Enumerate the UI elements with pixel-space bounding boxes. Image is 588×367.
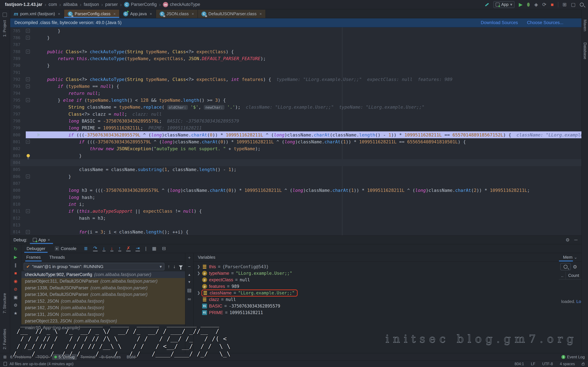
sidebar-item-database[interactable]: Database <box>583 42 587 59</box>
memory-search-button[interactable] <box>560 263 571 270</box>
close-icon[interactable]: × <box>259 12 262 16</box>
view-breakpoints-button[interactable]: ◉ <box>14 279 17 284</box>
code-editor[interactable]: 785− }786˄ }787788˅ public Class<?> chec… <box>10 27 581 235</box>
pin-tab-icon[interactable]: ★ <box>14 311 17 316</box>
frame-row[interactable]: parse:152, JSON(com.alibaba.fastjson) <box>21 298 185 305</box>
notification-link[interactable]: Choose Sources... <box>527 20 563 25</box>
memory-tab[interactable]: Mem ⌄ <box>559 253 581 262</box>
memory-settings-icon[interactable]: ⚙ <box>573 264 577 270</box>
code-line[interactable]: 809 long hash; <box>10 194 581 201</box>
tool-window-switcher-icon[interactable]: ⊞ <box>3 355 7 359</box>
layout-icon[interactable]: ⊞ <box>562 2 567 7</box>
fold-marker[interactable]: − <box>26 140 30 144</box>
tab-threads[interactable]: Threads <box>48 253 66 261</box>
close-icon[interactable]: × <box>58 12 60 16</box>
breadcrumb-class[interactable]: CParserConfig <box>124 2 157 7</box>
fold-marker[interactable]: ˅ <box>26 77 30 81</box>
mute-breakpoints-button[interactable]: ⊘ <box>14 287 17 292</box>
code-line[interactable]: 793− if (typeName == null) { <box>10 83 581 90</box>
coverage-button[interactable]: ◈ <box>534 2 538 7</box>
force-step-into-icon[interactable]: ↓ <box>110 246 113 251</box>
move-down-icon[interactable]: ▼ <box>188 280 191 284</box>
run-to-cursor-icon[interactable]: ⇥ <box>136 246 140 251</box>
editor-tab[interactable]: CParserConfig.class× <box>64 10 120 18</box>
debug-button[interactable]: ⬮ <box>527 2 530 7</box>
filter-icon[interactable] <box>179 266 183 268</box>
stop-button[interactable]: ■ <box>551 2 553 7</box>
expand-chevron-icon[interactable]: ❯ <box>196 271 201 275</box>
code-line[interactable]: 798 long BASIC = -3750763034362895579L; … <box>10 117 581 124</box>
breadcrumb[interactable]: fastjson-1.2.43.jar›com›alibaba›fastjson… <box>5 2 200 7</box>
code-line[interactable]: 802 throw new JSONException("autoType is… <box>10 145 581 152</box>
remove-watch-button[interactable]: − <box>188 264 191 269</box>
search-icon[interactable] <box>580 3 584 7</box>
variable-row[interactable]: ❯this={ParserConfig@543} <box>194 263 559 270</box>
breadcrumb-method[interactable]: mcheckAutoType <box>163 2 200 7</box>
fold-marker[interactable]: ˄ <box>26 175 30 178</box>
lock-icon[interactable] <box>582 363 584 365</box>
editor-tab[interactable]: CDefaultJSONParser.class× <box>198 10 266 18</box>
frame-row[interactable]: checkAutoType:902, ParserConfig(com.alib… <box>21 271 185 278</box>
variable-row[interactable]: 01BASIC=-3750763034362895579 <box>194 303 559 309</box>
load-classes-link[interactable]: Lo <box>576 299 581 304</box>
editor-tab[interactable]: CJSON.class× <box>156 10 198 18</box>
frame-up-icon[interactable]: ↑ <box>168 264 170 269</box>
fold-marker[interactable]: − <box>26 209 30 213</box>
debug-session-tab[interactable]: App × <box>30 236 53 244</box>
code-line[interactable]: 794 return null; <box>10 90 581 97</box>
frame-row[interactable]: parseObject:311, DefaultJSONParser(com.a… <box>21 278 185 285</box>
code-line[interactable]: 808 long h3 = (((-3750763034362895579L ^… <box>10 187 581 194</box>
code-line[interactable]: 795− } else if (typeName.length() < 128 … <box>10 97 581 104</box>
monitor-icon[interactable]: ▢ <box>571 2 576 7</box>
watch-return-values-icon[interactable]: ∞ <box>188 297 191 302</box>
run-button[interactable]: ▶ <box>519 2 523 7</box>
gear-icon[interactable]: ⚙ <box>565 237 570 243</box>
build-tool-icon[interactable] <box>484 2 489 7</box>
code-line[interactable]: 785− } <box>10 27 581 34</box>
frame-row[interactable]: parse:162, JSON(com.alibaba.fastjson) <box>21 305 185 311</box>
fold-marker[interactable]: ˄ <box>26 36 30 40</box>
profiler-button[interactable]: ⟳ <box>542 2 546 7</box>
sidebar-item-project[interactable]: 1: Project <box>2 20 7 37</box>
code-line[interactable]: 805 className = className.substring(1, c… <box>10 166 581 173</box>
frame-row[interactable]: parse:1338, DefaultJSONParser(com.alibab… <box>21 284 185 291</box>
close-icon[interactable]: × <box>48 237 50 242</box>
notification-link[interactable]: Download Sources <box>481 20 518 25</box>
fold-marker[interactable]: − <box>26 98 30 102</box>
status-item[interactable]: UTF-8 <box>542 362 553 366</box>
code-line[interactable]: 791 <box>10 69 581 76</box>
project-tool-icon[interactable] <box>3 13 7 17</box>
frame-down-icon[interactable]: ↓ <box>173 264 175 269</box>
thread-dump-button[interactable]: ▣ <box>14 295 18 300</box>
window-icon[interactable] <box>4 362 7 366</box>
fold-marker[interactable]: − <box>26 84 30 88</box>
status-item[interactable]: 804:1 <box>515 362 524 366</box>
variable-row[interactable]: pexpectClass=null <box>194 276 559 283</box>
code-line[interactable]: 813 <box>10 222 581 228</box>
evaluate-expression-icon[interactable]: ▦ <box>152 246 157 251</box>
code-line[interactable]: 788˅ public Class<?> checkAutoType(Strin… <box>10 48 581 55</box>
code-line[interactable]: 811− if (this.autoTypeSupport || expectC… <box>10 208 581 215</box>
code-line[interactable]: 804 <box>10 159 581 166</box>
variable-row[interactable]: ❯className="LLorg.example.User;;" <box>194 290 559 296</box>
more-options-icon[interactable]: ⊟ <box>162 246 166 251</box>
close-icon[interactable]: × <box>150 12 152 16</box>
sidebar-item-favorites[interactable]: 2: Favorites <box>2 329 7 349</box>
tab-debugger[interactable]: Debugger <box>24 244 48 253</box>
variable-row[interactable]: ❯ptypeName="LLorg.example.User;;" <box>194 270 559 276</box>
status-item[interactable]: 4 spaces <box>560 362 575 366</box>
code-line[interactable]: 810 int i; <box>10 201 581 208</box>
drop-frame-icon[interactable]: ✗ <box>126 246 130 251</box>
tab-frames[interactable]: Frames <box>25 253 42 261</box>
intention-bulb-icon[interactable] <box>26 154 30 157</box>
breadcrumb-item[interactable]: alibaba <box>63 2 78 7</box>
close-icon[interactable]: × <box>192 12 194 16</box>
code-line[interactable]: 787 <box>10 41 581 48</box>
code-line[interactable]: 814− for(i = 3; i < className.length(); … <box>10 229 581 235</box>
variable-row[interactable]: 01PRIME=1099511628211 <box>194 309 559 316</box>
tab-console[interactable]: ▸Console <box>52 244 78 253</box>
rerun-button[interactable]: ↻ <box>14 247 17 252</box>
fold-marker[interactable]: − <box>26 29 30 33</box>
code-line[interactable]: 796 String className = typeName.replace(… <box>10 104 581 111</box>
code-line[interactable]: 803 } <box>10 152 581 159</box>
